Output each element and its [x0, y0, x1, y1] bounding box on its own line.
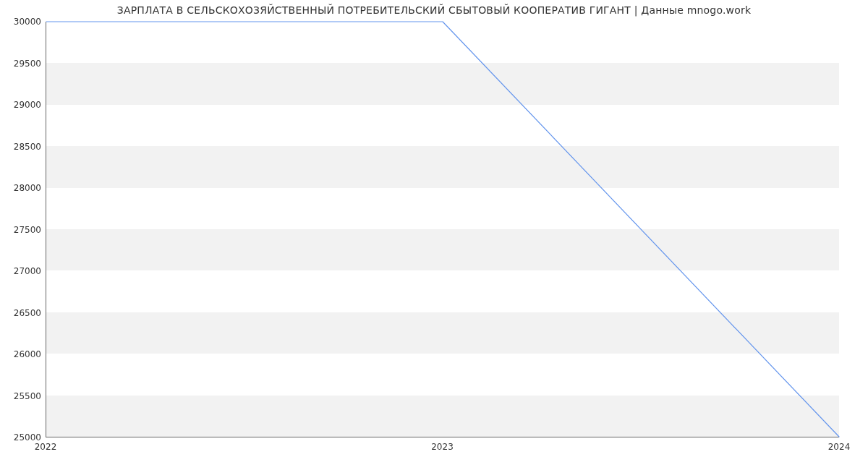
chart-container: ЗАРПЛАТА В СЕЛЬСКОХОЗЯЙСТВЕННЫЙ ПОТРЕБИТ…	[0, 0, 868, 470]
y-tick-label: 25500	[0, 391, 41, 401]
x-tick-label: 2022	[35, 442, 57, 452]
plot-area	[46, 22, 839, 437]
y-tick-label: 27500	[0, 225, 41, 235]
x-tick-label: 2023	[431, 442, 454, 452]
chart-title: ЗАРПЛАТА В СЕЛЬСКОХОЗЯЙСТВЕННЫЙ ПОТРЕБИТ…	[0, 4, 868, 16]
y-tick-label: 27000	[0, 266, 41, 276]
x-tick-label: 2024	[828, 442, 851, 452]
y-tick-label: 26500	[0, 308, 41, 318]
y-tick-label: 29500	[0, 59, 41, 69]
y-tick-label: 28500	[0, 142, 41, 152]
y-tick-label: 30000	[0, 17, 41, 27]
y-tick-label: 28000	[0, 183, 41, 193]
y-tick-label: 25000	[0, 432, 41, 443]
line-series	[46, 22, 839, 437]
y-tick-label: 26000	[0, 349, 41, 359]
y-tick-label: 29000	[0, 100, 41, 110]
